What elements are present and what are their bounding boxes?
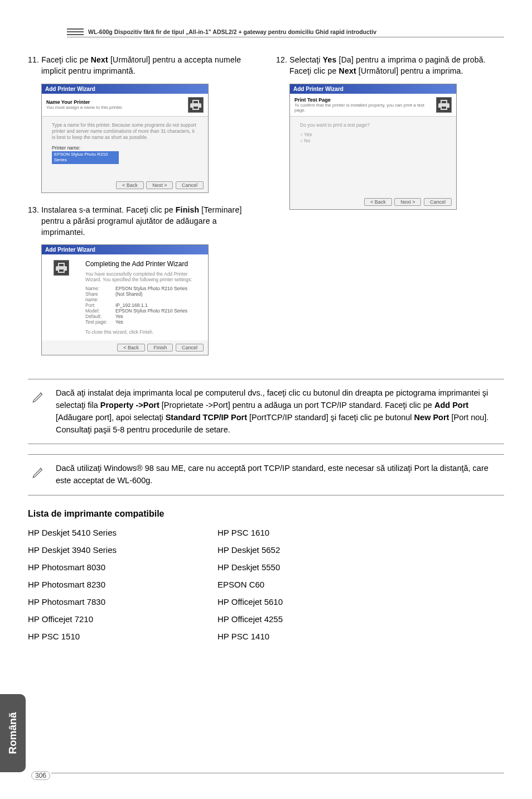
completing-title: Completing the Add Printer Wizard bbox=[85, 260, 204, 268]
dialog-heading: Print Test Page bbox=[294, 97, 433, 103]
step-body: Selectaţi Yes [Da] pentru a imprima o pa… bbox=[289, 55, 486, 75]
info-key: Test page: bbox=[85, 319, 111, 325]
bold: Yes bbox=[323, 55, 337, 64]
printer-item: HP Deskjet 3940 Series bbox=[28, 545, 195, 555]
printer-item: HP Photosmart 8030 bbox=[28, 562, 195, 572]
step-number: 11. bbox=[28, 55, 39, 64]
step-11: 11. Faceţi clic pe Next [Următorul] pent… bbox=[28, 54, 256, 77]
info-value: EPSON Stylus Photo R210 Series bbox=[115, 286, 187, 291]
printer-item: HP Officejet 5610 bbox=[217, 597, 385, 607]
bold: Next bbox=[339, 66, 356, 75]
printer-icon bbox=[436, 97, 452, 113]
cancel-button[interactable]: Cancel bbox=[176, 181, 204, 189]
text: Dacă utilizaţi Windows® 98 sau ME, care … bbox=[56, 464, 489, 485]
info-value: (Not Shared) bbox=[115, 291, 143, 302]
info-value: Yes bbox=[115, 319, 123, 325]
info-key: Default: bbox=[85, 314, 111, 319]
step-number: 13. bbox=[28, 205, 39, 214]
finish-button[interactable]: Finish bbox=[147, 344, 173, 352]
dialog-titlebar: Add Printer Wizard bbox=[42, 245, 208, 254]
printer-name-input[interactable]: EPSON Stylus Photo R210 Series bbox=[52, 151, 119, 164]
bold: Property ->Port bbox=[100, 401, 159, 410]
dialog-subheading: You must assign a name to this printer. bbox=[46, 105, 185, 110]
info-key: Share name: bbox=[85, 291, 111, 302]
printer-item: HP PSC 1410 bbox=[217, 632, 385, 641]
next-button[interactable]: Next > bbox=[146, 181, 173, 189]
info-row: Model:EPSON Stylus Photo R210 Series bbox=[85, 308, 204, 314]
bold: Standard TCP/IP Port bbox=[166, 413, 247, 422]
pencil-icon bbox=[30, 463, 47, 487]
printer-item: HP Photosmart 7830 bbox=[28, 597, 195, 607]
bold: Next bbox=[91, 55, 108, 64]
info-row: Name:EPSON Stylus Photo R210 Series bbox=[85, 286, 204, 291]
text: Selectaţi bbox=[289, 55, 323, 64]
text: [Adăugare port], apoi selectaţi bbox=[56, 413, 166, 422]
info-row: Test page:Yes bbox=[85, 319, 204, 325]
info-row: Port:IP_192.168.1.1 bbox=[85, 302, 204, 308]
header-bars-icon bbox=[67, 28, 84, 36]
back-button[interactable]: < Back bbox=[364, 198, 392, 206]
dialog-test-page: Add Printer Wizard Print Test Page To co… bbox=[289, 84, 457, 210]
cancel-button[interactable]: Cancel bbox=[176, 344, 204, 352]
text: [PortTCP/IP standard] şi faceţi clic pe … bbox=[247, 413, 414, 422]
printer-item: HP Deskjet 5652 bbox=[217, 545, 385, 555]
back-button[interactable]: < Back bbox=[116, 181, 144, 189]
printer-item: HP Deskjet 5550 bbox=[217, 562, 385, 572]
dialog-heading: Name Your Printer bbox=[46, 99, 185, 105]
note-block-1: Dacă aţi instalat deja imprimanta local … bbox=[28, 379, 504, 444]
text: Faceţi clic pe bbox=[41, 55, 91, 64]
page-header: WL-600g Dispozitiv fără fir de tipul „Al… bbox=[67, 28, 504, 37]
step-12: 12. Selectaţi Yes [Da] pentru a imprima … bbox=[276, 54, 504, 77]
printer-item: HP Deskjet 5410 Series bbox=[28, 528, 195, 537]
completing-sub: You have successfully completed the Add … bbox=[85, 271, 204, 282]
dialog-titlebar: Add Printer Wizard bbox=[290, 84, 456, 94]
info-value: Yes bbox=[115, 314, 123, 319]
note-text: Dacă utilizaţi Windows® 98 sau ME, care … bbox=[56, 463, 502, 487]
test-prompt: Do you want to print a test page? bbox=[300, 122, 446, 128]
note-text: Dacă aţi instalat deja imprimanta local … bbox=[56, 387, 502, 436]
pencil-icon bbox=[30, 387, 47, 436]
bold: Finish bbox=[176, 205, 199, 214]
info-value: EPSON Stylus Photo R210 Series bbox=[115, 308, 187, 314]
dialog-titlebar: Add Printer Wizard bbox=[42, 84, 208, 94]
footer-divider bbox=[51, 773, 504, 773]
next-button[interactable]: Next > bbox=[394, 198, 421, 206]
printer-item: EPSON C60 bbox=[217, 580, 385, 589]
compatible-list-title: Lista de imprimante compatibile bbox=[28, 509, 504, 519]
dialog-description: Type a name for this printer. Because so… bbox=[52, 122, 198, 141]
info-key: Name: bbox=[85, 286, 111, 291]
cancel-button[interactable]: Cancel bbox=[424, 198, 452, 206]
note-block-2: Dacă utilizaţi Windows® 98 sau ME, care … bbox=[28, 454, 504, 495]
printer-icon bbox=[188, 97, 204, 113]
radio-yes[interactable]: ○ Yes bbox=[300, 132, 446, 138]
text: [Următorul] pentru a imprima. bbox=[356, 66, 463, 75]
radio-label: Yes bbox=[304, 132, 312, 137]
step-body: Instalarea s-a terminat. Faceţi clic pe … bbox=[41, 205, 242, 237]
radio-no[interactable]: ○ No bbox=[300, 138, 446, 144]
printer-item: HP PSC 1510 bbox=[28, 632, 195, 641]
dialog-name-printer: Add Printer Wizard Name Your Printer You… bbox=[41, 84, 209, 193]
language-label: Română bbox=[7, 713, 19, 754]
step-body: Faceţi clic pe Next [Următorul] pentru a… bbox=[41, 55, 241, 75]
printer-item: HP Photosmart 8230 bbox=[28, 580, 195, 589]
info-row: Default:Yes bbox=[85, 314, 204, 319]
step-13: 13. Instalarea s-a terminat. Faceţi clic… bbox=[28, 204, 256, 238]
header-text: WL-600g Dispozitiv fără fir de tipul „Al… bbox=[88, 28, 376, 35]
text: Instalarea s-a terminat. Faceţi clic pe bbox=[41, 205, 176, 214]
printer-item: HP Officejet 4255 bbox=[217, 614, 385, 624]
info-key: Model: bbox=[85, 308, 111, 314]
text: [Proprietate ->Port] pentru a adăuga un … bbox=[159, 401, 434, 410]
dialog-completing: Add Printer Wizard Completing the Add Pr… bbox=[41, 244, 209, 355]
back-button[interactable]: < Back bbox=[117, 344, 145, 352]
dialog-subheading: To confirm that the printer is installed… bbox=[294, 103, 433, 113]
printer-item: HP Officejet 7210 bbox=[28, 614, 195, 624]
info-key: Port: bbox=[85, 302, 111, 308]
printer-list: HP Deskjet 5410 SeriesHP Deskjet 3940 Se… bbox=[28, 528, 504, 649]
language-tab: Română bbox=[0, 694, 26, 772]
bold: New Port bbox=[414, 413, 449, 422]
field-label: Printer name: bbox=[52, 145, 198, 151]
info-value: IP_192.168.1.1 bbox=[115, 302, 148, 308]
radio-label: No bbox=[304, 138, 311, 143]
step-number: 12. bbox=[276, 55, 287, 64]
printer-item: HP PSC 1610 bbox=[217, 528, 385, 537]
